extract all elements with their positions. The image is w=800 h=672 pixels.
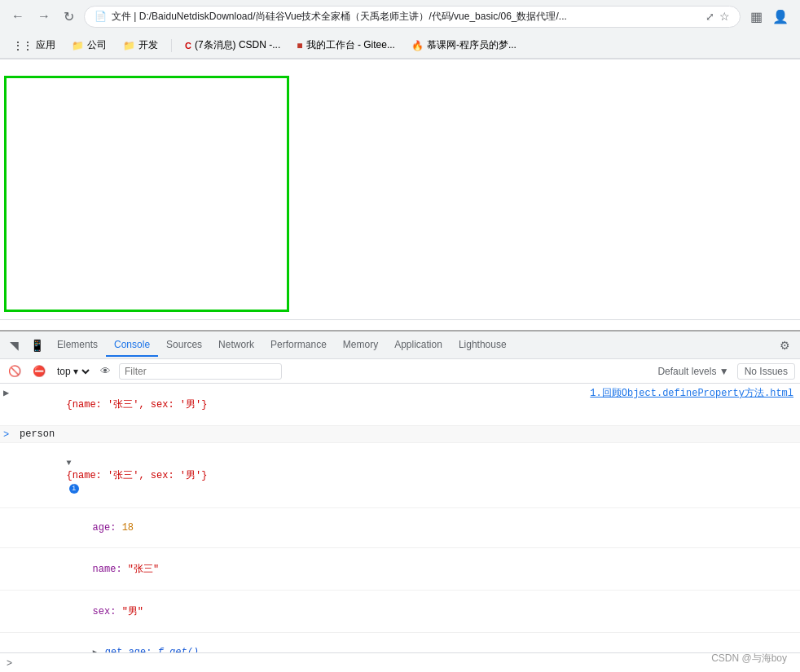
line-source[interactable]: 1.回顾Object.defineProperty方法.html: [583, 385, 800, 401]
imooc-icon: 🔥: [411, 40, 424, 51]
line-indicator: [0, 635, 16, 636]
line-source-empty: [787, 635, 800, 636]
back-button[interactable]: ←: [8, 6, 28, 27]
tab-sources[interactable]: Sources: [158, 334, 210, 357]
address-bar[interactable]: 📄 文件 | D:/BaiduNetdiskDownload/尚硅谷Vue技术全…: [84, 6, 741, 28]
line-content: name: "张三": [16, 550, 787, 588]
extensions-button[interactable]: ▦: [747, 6, 766, 28]
nav-bar: ← → ↻ 📄 文件 | D:/BaiduNetdiskDownload/尚硅谷…: [0, 0, 800, 33]
line-indicator: ▶: [0, 385, 16, 399]
eye-btn[interactable]: 👁: [97, 363, 114, 379]
line-content: ► get age: f get(): [16, 635, 787, 652]
console-block-btn[interactable]: ⛔: [29, 363, 49, 379]
console-line: sex: "男": [0, 591, 800, 633]
devtools-panel: ◥ 📱 Elements Console Sources Network Per…: [0, 330, 800, 672]
console-line: ▶ {name: '张三', sex: '男'} 1.回顾Object.defi…: [0, 384, 800, 426]
highlighted-green-box: [4, 76, 289, 312]
console-line: ▼ {name: '张三', sex: '男'} i: [0, 443, 800, 508]
company-folder-icon: 📁: [72, 40, 84, 51]
line-indicator: [0, 510, 16, 512]
input-prompt-icon: >: [7, 657, 12, 669]
apps-label: 应用: [36, 38, 55, 52]
tab-application[interactable]: Application: [386, 334, 451, 357]
bookmark-gitee[interactable]: ■ 我的工作台 - Gitee...: [292, 37, 400, 54]
gitee-icon: ■: [297, 40, 302, 51]
dev-label: 开发: [138, 38, 158, 52]
bookmark-company[interactable]: 📁 公司: [67, 37, 112, 54]
line-source-empty: [787, 428, 800, 429]
console-clear-btn[interactable]: 🚫: [5, 363, 24, 379]
console-output[interactable]: ▶ {name: '张三', sex: '男'} 1.回顾Object.defi…: [0, 384, 800, 652]
console-line: > person: [0, 426, 800, 443]
default-levels-btn[interactable]: Default levels ▼: [654, 364, 732, 379]
devtools-icon-btns: ◥ 📱: [5, 336, 49, 355]
line-indicator: [0, 550, 16, 551]
devtools-inspect-btn[interactable]: ◥: [5, 336, 24, 355]
filter-input[interactable]: [119, 363, 282, 380]
dev-folder-icon: 📁: [123, 40, 135, 51]
line-indicator: [0, 445, 16, 446]
console-line: age: 18: [0, 508, 800, 548]
line-content: age: 18: [16, 510, 787, 546]
bookmark-apps[interactable]: ⋮⋮ 应用: [8, 37, 60, 54]
share-icon: ⤢: [705, 11, 714, 23]
line-source-empty: [787, 510, 800, 512]
bookmark-imooc[interactable]: 🔥 慕课网-程序员的梦...: [407, 37, 521, 54]
apps-icon: ⋮⋮: [13, 40, 33, 51]
csdn-icon: C: [185, 41, 191, 51]
console-toolbar: 🚫 ⛔ top ▾ 👁 Default levels ▼ No Issues: [0, 359, 800, 384]
tab-network[interactable]: Network: [210, 334, 262, 357]
secure-icon: 📄: [95, 11, 107, 22]
line-indicator: >: [0, 428, 16, 441]
devtools-settings-btn[interactable]: ⚙: [773, 336, 797, 355]
tab-memory[interactable]: Memory: [335, 334, 386, 357]
console-input-line: >: [0, 652, 800, 672]
console-input[interactable]: [17, 657, 793, 669]
refresh-button[interactable]: ↻: [60, 6, 77, 28]
tab-elements[interactable]: Elements: [49, 334, 106, 357]
devtools-device-btn[interactable]: 📱: [25, 336, 49, 355]
line-indicator: [0, 592, 16, 594]
browser-chrome: ← → ↻ 📄 文件 | D:/BaiduNetdiskDownload/尚硅谷…: [0, 0, 800, 59]
address-text: 文件 | D:/BaiduNetdiskDownload/尚硅谷Vue技术全家桶…: [112, 10, 701, 24]
tab-performance[interactable]: Performance: [262, 334, 335, 357]
main-content-area: [0, 59, 800, 320]
star-icon: ☆: [719, 10, 730, 23]
devtools-tab-bar: ◥ 📱 Elements Console Sources Network Per…: [0, 332, 800, 359]
csdn-footer: CSDN @与海boy: [711, 652, 787, 665]
imooc-label: 慕课网-程序员的梦...: [427, 38, 516, 52]
gitee-label: 我的工作台 - Gitee...: [306, 38, 395, 52]
console-line: ► get age: f get(): [0, 633, 800, 652]
console-line: name: "张三": [0, 548, 800, 591]
line-content: person: [16, 428, 787, 441]
no-issues-btn[interactable]: No Issues: [737, 363, 795, 380]
nav-actions: ▦ 👤: [747, 6, 792, 28]
csdn-label: (7条消息) CSDN -...: [195, 38, 280, 52]
forward-button[interactable]: →: [34, 6, 54, 27]
tab-lighthouse[interactable]: Lighthouse: [451, 334, 515, 357]
tab-console[interactable]: Console: [106, 334, 158, 357]
context-selector[interactable]: top ▾: [54, 365, 92, 378]
bookmarks-bar: ⋮⋮ 应用 📁 公司 📁 开发 C (7条消息) CSDN -... ■ 我的工…: [0, 33, 800, 59]
line-source-empty: [787, 550, 800, 551]
line-content: sex: "男": [16, 592, 787, 630]
line-content: ▼ {name: '张三', sex: '男'} i: [16, 445, 787, 506]
company-label: 公司: [87, 38, 107, 52]
bookmark-csdn[interactable]: C (7条消息) CSDN -...: [180, 37, 285, 54]
line-source-empty: [787, 592, 800, 594]
profile-button[interactable]: 👤: [769, 6, 792, 28]
line-source-empty: [787, 445, 800, 446]
bookmark-dev[interactable]: 📁 开发: [118, 37, 163, 54]
line-content: {name: '张三', sex: '男'}: [16, 385, 583, 424]
